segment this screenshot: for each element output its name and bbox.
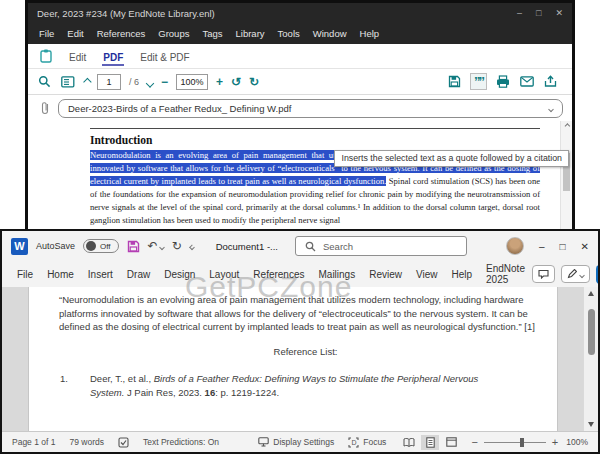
scrollbar-thumb[interactable]: [588, 309, 595, 355]
pdf-filename-dropdown[interactable]: Deer-2023-Birds of a Feather Redux_ Defi…: [58, 99, 563, 118]
menu-window[interactable]: Window: [313, 28, 347, 39]
search-icon[interactable]: [37, 74, 52, 89]
insert-quote-icon[interactable]: ””: [470, 73, 487, 90]
ribbon-right-buttons: [532, 265, 600, 284]
tab-insert[interactable]: Insert: [81, 269, 120, 280]
pdf-toolbar-right: ””: [446, 73, 563, 90]
maximize-button[interactable]: □: [560, 241, 566, 252]
minimize-button[interactable]: –: [517, 8, 522, 18]
focus-button[interactable]: D Focus: [348, 437, 386, 448]
autosave-toggle[interactable]: Off: [83, 239, 119, 253]
menu-tools[interactable]: Tools: [278, 28, 300, 39]
menu-groups[interactable]: Groups: [158, 28, 189, 39]
proofing-icon[interactable]: [118, 437, 129, 448]
print-layout-button[interactable]: [421, 435, 439, 450]
customize-quick-access-icon[interactable]: [189, 245, 195, 251]
endnote-titlebar: Deer, 2023 #234 (My EndNote Library.enl)…: [28, 3, 572, 23]
pdf-viewer[interactable]: Introduction Neuromodulation is an evolv…: [28, 121, 572, 230]
text-predictions[interactable]: Text Predictions: On: [143, 437, 219, 447]
next-page-icon[interactable]: [146, 79, 154, 87]
tab-help[interactable]: Help: [444, 269, 479, 280]
tab-review[interactable]: Review: [362, 269, 409, 280]
menu-edit[interactable]: Edit: [67, 28, 83, 39]
zoom-slider-thumb[interactable]: [520, 438, 524, 447]
scroll-down-icon[interactable]: [588, 422, 594, 427]
page-number-input[interactable]: [97, 74, 121, 90]
menu-file[interactable]: File: [39, 28, 54, 39]
share-button[interactable]: [596, 265, 600, 284]
tab-endnote-2025[interactable]: EndNote 2025: [479, 263, 532, 285]
zoom-in-icon[interactable]: +: [216, 75, 223, 89]
tab-edit[interactable]: Edit: [68, 47, 87, 66]
page-indicator[interactable]: Page 1 of 1: [12, 437, 55, 447]
undo-button[interactable]: ↶: [148, 239, 164, 253]
document-content[interactable]: “Neuromodulation is an evolving area of …: [2, 287, 598, 399]
pdf-filename: Deer-2023-Birds of a Feather Redux_ Defi…: [68, 103, 291, 114]
autosave-label: AutoSave: [36, 241, 75, 251]
focus-icon: D: [348, 437, 359, 448]
document-scrollbar[interactable]: [583, 287, 598, 431]
menu-references[interactable]: References: [97, 28, 146, 39]
tab-layout[interactable]: Layout: [202, 269, 246, 280]
editing-mode-button[interactable]: [561, 265, 590, 283]
search-placeholder: Search: [323, 241, 353, 252]
reference-volume: 16: [205, 387, 216, 398]
zoom-out-icon[interactable]: −: [161, 75, 168, 89]
clipboard-icon[interactable]: [38, 49, 53, 64]
menu-help[interactable]: Help: [360, 28, 380, 39]
tab-view[interactable]: View: [409, 269, 445, 280]
scroll-up-icon[interactable]: [588, 291, 594, 296]
word-count[interactable]: 79 words: [69, 437, 104, 447]
tab-pdf[interactable]: PDF: [102, 47, 124, 66]
pdf-toolbar: / 6 − + ↺ ↻ ”” Inserts the selected text…: [28, 68, 572, 95]
read-mode-button[interactable]: [400, 435, 418, 450]
zoom-in-button[interactable]: +: [552, 436, 558, 448]
status-bar: Page 1 of 1 79 words Text Predictions: O…: [2, 431, 598, 452]
zoom-slider[interactable]: [484, 442, 546, 443]
maximize-button[interactable]: □: [536, 8, 541, 18]
tab-edit-and-pdf[interactable]: Edit & PDF: [139, 47, 190, 66]
scroll-up-icon[interactable]: [565, 123, 571, 129]
print-icon[interactable]: [494, 73, 511, 90]
comments-button[interactable]: [532, 265, 555, 283]
close-button[interactable]: ✕: [555, 8, 563, 18]
rotate-left-icon[interactable]: ↺: [231, 75, 241, 89]
menu-library[interactable]: Library: [236, 28, 265, 39]
close-button[interactable]: ✕: [581, 241, 589, 252]
document-area: GetPCZone “Neuromodulation is an evolvin…: [2, 287, 598, 431]
save-icon[interactable]: [127, 240, 140, 253]
undo-icon: ↶: [148, 239, 158, 253]
tab-draw[interactable]: Draw: [120, 269, 157, 280]
pdf-page: Introduction Neuromodulation is an evolv…: [28, 121, 572, 227]
menu-tags[interactable]: Tags: [202, 28, 222, 39]
display-settings-button[interactable]: Display Settings: [258, 437, 334, 447]
pdf-scrollbar[interactable]: [560, 121, 572, 230]
tab-references[interactable]: References: [246, 269, 311, 280]
reference-list-heading[interactable]: Reference List:: [59, 345, 552, 359]
quoted-paragraph[interactable]: “Neuromodulation is an evolving area of …: [59, 293, 552, 334]
thumbnails-icon[interactable]: [60, 74, 75, 89]
rotate-right-icon[interactable]: ↻: [249, 75, 259, 89]
page-total-label: / 6: [129, 77, 139, 87]
search-box[interactable]: Search: [295, 236, 467, 256]
tab-home[interactable]: Home: [40, 269, 81, 280]
web-layout-button[interactable]: [442, 435, 460, 450]
export-icon[interactable]: [542, 73, 559, 90]
minimize-button[interactable]: –: [539, 241, 545, 252]
tab-file[interactable]: File: [10, 269, 40, 280]
zoom-level-input[interactable]: [176, 74, 208, 90]
redo-button[interactable]: ↻: [172, 239, 182, 253]
tab-design[interactable]: Design: [157, 269, 202, 280]
previous-page-icon[interactable]: [83, 77, 91, 85]
reference-text: Deer, T., et al., Birds of a Feather Red…: [90, 372, 484, 399]
ribbon-tab-bar: File Home Insert Draw Design Layout Refe…: [2, 261, 598, 287]
display-settings-label: Display Settings: [273, 437, 334, 447]
chevron-down-icon: [579, 273, 585, 279]
zoom-out-button[interactable]: −: [471, 436, 477, 448]
save-pdf-icon[interactable]: [446, 73, 463, 90]
email-icon[interactable]: [518, 73, 535, 90]
reference-entry[interactable]: 1. Deer, T., et al., Birds of a Feather …: [59, 372, 552, 399]
zoom-percentage[interactable]: 100%: [566, 437, 588, 447]
user-avatar[interactable]: [506, 237, 524, 255]
tab-mailings[interactable]: Mailings: [311, 269, 362, 280]
